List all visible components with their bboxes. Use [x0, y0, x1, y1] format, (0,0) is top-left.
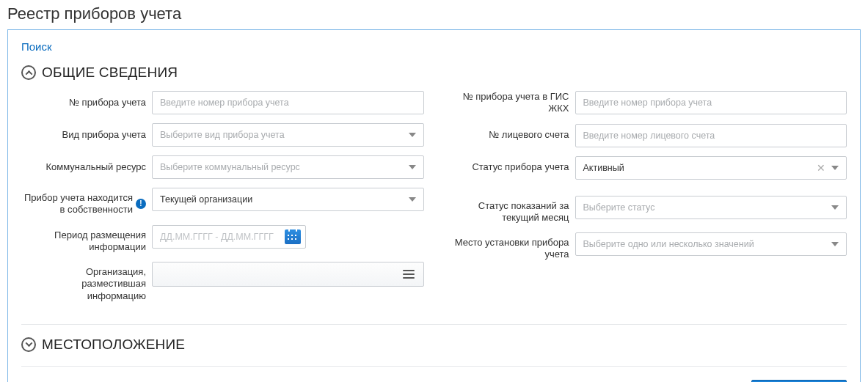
account-no-input[interactable]	[575, 124, 847, 147]
install-place-select[interactable]: Выберите одно или несколько значений	[575, 232, 847, 256]
ownership-value: Текущей организации	[160, 194, 252, 205]
caret-down-icon	[409, 165, 416, 169]
section-general-title: ОБЩИЕ СВЕДЕНИЯ	[42, 65, 178, 81]
page-title: Реестр приборов учета	[7, 0, 861, 29]
caret-down-icon	[831, 205, 839, 210]
search-panel: Поиск ОБЩИЕ СВЕДЕНИЯ № прибора учета Вид…	[7, 29, 861, 382]
publisher-picker[interactable]	[152, 262, 424, 287]
meter-type-label: Вид прибора учета	[21, 129, 152, 141]
status-select[interactable]: Активный ✕	[575, 156, 847, 180]
install-place-placeholder: Выберите одно или несколько значений	[583, 239, 754, 249]
resource-placeholder: Выберите коммунальный ресурс	[160, 162, 300, 172]
gis-no-label: № прибора учета в ГИС ЖКХ	[445, 91, 575, 115]
readings-status-select[interactable]: Выберите статус	[575, 196, 847, 219]
section-location-header[interactable]: МЕСТОПОЛОЖЕНИЕ	[21, 337, 847, 353]
section-divider	[21, 324, 847, 325]
caret-down-icon	[409, 133, 416, 137]
meter-type-select[interactable]: Выберите вид прибора учета	[152, 123, 424, 147]
caret-down-icon	[409, 197, 416, 202]
hamburger-icon	[403, 270, 415, 279]
section-location-title: МЕСТОПОЛОЖЕНИЕ	[42, 337, 185, 353]
gis-no-input[interactable]	[575, 91, 847, 114]
meter-type-placeholder: Выберите вид прибора учета	[160, 130, 285, 140]
chevron-down-icon	[21, 337, 36, 352]
search-heading: Поиск	[21, 40, 847, 53]
caret-down-icon	[831, 166, 839, 170]
publisher-label: Организация, разместившая информацию	[21, 262, 152, 302]
meter-no-label: № прибора учета	[21, 97, 152, 109]
section-divider	[21, 366, 847, 367]
status-value: Активный	[583, 163, 624, 173]
period-label: Период размещения информации	[21, 225, 152, 254]
resource-select[interactable]: Выберите коммунальный ресурс	[152, 155, 424, 179]
calendar-icon[interactable]	[285, 229, 301, 244]
section-general-header[interactable]: ОБЩИЕ СВЕДЕНИЯ	[21, 65, 847, 81]
account-no-label: № лицевого счета	[445, 129, 575, 141]
ownership-label: Прибор учета находится в собственности !	[21, 188, 152, 216]
readings-status-placeholder: Выберите статус	[583, 202, 655, 213]
caret-down-icon	[831, 242, 839, 246]
install-place-label: Место установки прибора учета	[445, 232, 575, 261]
period-daterange[interactable]: ДД.ММ.ГГГГ - ДД.ММ.ГГГГ	[152, 225, 306, 249]
clear-icon[interactable]: ✕	[817, 163, 825, 173]
readings-status-label: Статус показаний за текущий месяц	[445, 196, 575, 224]
info-icon[interactable]: !	[136, 199, 146, 209]
resource-label: Коммунальный ресурс	[21, 161, 152, 173]
ownership-select[interactable]: Текущей организации	[152, 188, 424, 211]
chevron-up-icon	[21, 65, 36, 80]
meter-no-input[interactable]	[152, 91, 424, 114]
status-label: Статус прибора учета	[445, 161, 575, 173]
